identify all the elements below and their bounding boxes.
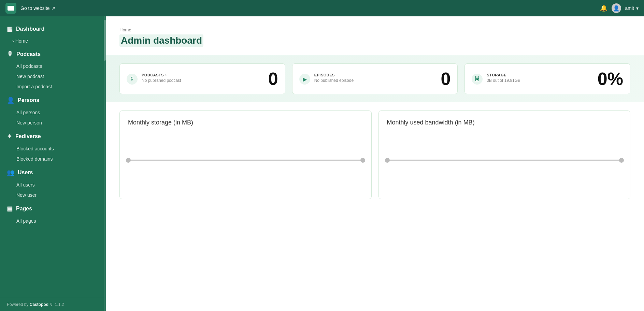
chart-storage-dot-left [126,158,131,163]
breadcrumb: Home [119,27,630,32]
chart-bandwidth-area [387,133,622,188]
dashboard-icon: ▦ [7,25,13,33]
goto-website-label: Go to website [20,5,50,11]
bell-icon[interactable]: 🔔 [600,4,607,12]
external-link-icon: ↗ [51,5,55,11]
stat-info-podcasts: PODCASTS › No published podcast [142,73,181,83]
chevron-right-icon: › [12,38,14,44]
footer-icon: 🎙 [49,302,55,307]
avatar: 👤 [612,3,621,13]
chart-storage-area [128,133,363,188]
page-title: Admin dashboard [119,34,203,47]
pages-icon: ▤ [7,205,13,212]
episodes-stat-icon: ▶ [299,74,310,85]
sidebar-item-new-user[interactable]: New user [0,190,106,200]
stats-section: 🎙 PODCASTS › No published podcast 0 ▶ [106,55,644,102]
stat-card-podcasts: 🎙 PODCASTS › No published podcast 0 [119,63,285,94]
chart-monthly-bandwidth: Monthly used bandwidth (in MB) [378,110,631,199]
sidebar-fediverse-label: Fediverse [15,133,41,139]
chart-bandwidth-title: Monthly used bandwidth (in MB) [387,119,622,126]
user-menu[interactable]: amit ▾ [625,5,639,11]
sidebar-item-all-pages[interactable]: All pages [0,216,106,226]
users-icon: 👥 [7,169,14,176]
chart-storage-dot-right [360,158,365,163]
star-icon: ✦ [7,133,12,140]
sidebar-section-users: 👥 Users All users New user [0,165,106,200]
main-content: Home Admin dashboard 🎙 PODCASTS › No pub… [106,16,644,311]
stat-value-podcasts: 0 [268,70,278,88]
stat-value-episodes: 0 [441,70,450,88]
footer-brand: Castopod [30,302,48,307]
sidebar-item-all-persons[interactable]: All persons [0,107,106,118]
stat-label-episodes: EPISODES [314,73,354,77]
main-header: Home Admin dashboard [106,16,644,55]
chart-monthly-storage: Monthly storage (in MB) [119,110,372,199]
footer-prefix: Powered by [7,302,28,307]
sidebar-section-pages: ▤ Pages All pages [0,202,106,226]
user-name-label: amit [625,5,634,11]
stat-info-episodes: EPISODES No published episode [314,73,354,83]
chart-bandwidth-dot-left [385,158,390,163]
stat-label-storage: STORAGE [487,73,520,77]
sidebar: ▦ Dashboard › Home 🎙 Podcasts All podcas… [0,16,106,311]
sidebar-item-blocked-domains[interactable]: Blocked domains [0,154,106,164]
sidebar-item-dashboard[interactable]: ▦ Dashboard [0,22,106,36]
scrollbar-thumb[interactable] [104,20,106,61]
stat-card-podcasts-left: 🎙 PODCASTS › No published podcast [127,73,181,85]
sidebar-footer: Powered by Castopod 🎙 1.1.2 [0,298,106,311]
sidebar-item-new-podcast[interactable]: New podcast [0,71,106,82]
stat-card-episodes: ▶ EPISODES No published episode 0 [292,63,458,94]
stat-card-episodes-left: ▶ EPISODES No published episode [299,73,354,85]
sidebar-section-dashboard: ▦ Dashboard › Home [0,22,106,46]
chevron-down-icon: ▾ [636,5,639,11]
layout: ▦ Dashboard › Home 🎙 Podcasts All podcas… [0,16,644,311]
sidebar-item-import-podcast[interactable]: Import a podcast [0,82,106,92]
person-icon: 👤 [7,97,14,104]
stat-info-storage: STORAGE 0B out of 19.81GB [487,73,520,83]
topbar: Go to website ↗ 🔔 👤 amit ▾ [0,0,644,16]
footer-version: 1.1.2 [55,302,64,307]
sidebar-section-podcasts: 🎙 Podcasts All podcasts New podcast Impo… [0,47,106,92]
sidebar-podcasts-label: Podcasts [16,51,41,57]
sidebar-section-persons: 👤 Persons All persons New person [0,93,106,128]
sidebar-section-fediverse: ✦ Fediverse Blocked accounts Blocked dom… [0,129,106,164]
chart-storage-title: Monthly storage (in MB) [128,119,363,126]
sidebar-item-users[interactable]: 👥 Users [0,165,106,180]
stat-sublabel-podcasts: No published podcast [142,78,181,83]
goto-website-button[interactable]: Go to website ↗ [20,5,55,11]
topbar-right: 🔔 👤 amit ▾ [600,3,639,13]
topbar-left: Go to website ↗ [5,3,55,14]
sidebar-users-label: Users [18,169,33,176]
sidebar-item-podcasts[interactable]: 🎙 Podcasts [0,47,106,61]
chart-bandwidth-line [387,160,622,161]
sidebar-item-persons[interactable]: 👤 Persons [0,93,106,107]
stat-label-podcasts[interactable]: PODCASTS › [142,73,181,77]
sidebar-item-blocked-accounts[interactable]: Blocked accounts [0,144,106,154]
mic-icon: 🎙 [7,50,13,58]
podcasts-link-icon: › [165,73,167,77]
charts-section: Monthly storage (in MB) Monthly used ban… [106,102,644,207]
sidebar-home-label: Home [15,38,28,44]
sidebar-item-home[interactable]: › Home [0,36,106,46]
sidebar-scroll: ▦ Dashboard › Home 🎙 Podcasts All podcas… [0,16,106,298]
stat-sublabel-storage: 0B out of 19.81GB [487,78,520,83]
scrollbar-track [104,16,106,311]
sidebar-dashboard-label: Dashboard [16,26,45,32]
podcast-stat-icon: 🎙 [127,74,138,85]
stat-card-storage: 🗄 STORAGE 0B out of 19.81GB 0% [464,63,630,94]
chart-storage-line [128,160,363,161]
stat-card-storage-left: 🗄 STORAGE 0B out of 19.81GB [472,73,520,85]
sidebar-persons-label: Persons [18,97,39,103]
castopod-logo [5,3,16,14]
sidebar-item-pages[interactable]: ▤ Pages [0,202,106,216]
stat-value-storage: 0% [598,70,623,88]
storage-stat-icon: 🗄 [472,74,483,85]
sidebar-item-new-person[interactable]: New person [0,118,106,128]
sidebar-item-fediverse[interactable]: ✦ Fediverse [0,129,106,144]
sidebar-pages-label: Pages [16,206,32,212]
sidebar-item-all-users[interactable]: All users [0,180,106,190]
sidebar-item-all-podcasts[interactable]: All podcasts [0,61,106,71]
stat-sublabel-episodes: No published episode [314,78,354,83]
chart-bandwidth-dot-right [619,158,624,163]
